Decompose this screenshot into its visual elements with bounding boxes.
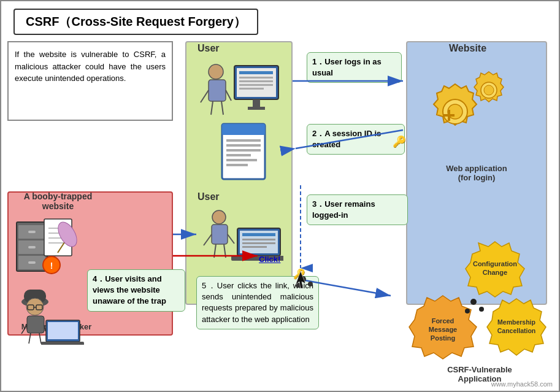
arrows-overlay: 🔑 🔑 — [1, 1, 560, 392]
watermark: www.myhack58.com — [491, 380, 553, 388]
svg-point-103 — [308, 282, 313, 286]
main-container: CSRF（Cross-Site Request Forgery） If the … — [0, 0, 560, 392]
svg-line-101 — [305, 280, 391, 296]
svg-text:🔑: 🔑 — [393, 135, 407, 148]
svg-line-95 — [296, 130, 403, 148]
